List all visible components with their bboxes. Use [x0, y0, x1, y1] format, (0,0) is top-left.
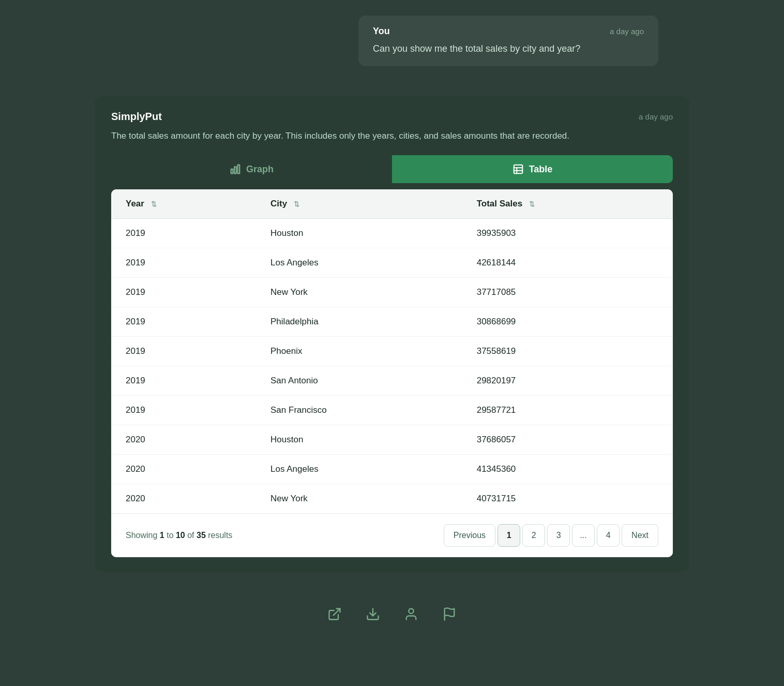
sort-city-icon: ⇅	[294, 200, 299, 208]
cell-year: 2020	[111, 484, 256, 514]
cell-total_sales: 42618144	[462, 248, 673, 278]
table-row: 2020New York40731715	[111, 484, 673, 514]
bottom-actions	[323, 603, 461, 625]
cell-year: 2019	[111, 337, 256, 366]
cell-city: Philadelphia	[256, 307, 462, 337]
table-row: 2020Houston37686057	[111, 425, 673, 455]
tab-table-label: Table	[529, 164, 553, 175]
next-button[interactable]: Next	[622, 524, 658, 547]
cell-year: 2019	[111, 278, 256, 307]
bubble-sender: You	[373, 26, 390, 37]
cell-total_sales: 39935903	[462, 219, 673, 248]
tab-graph-label: Graph	[246, 164, 274, 175]
table-row: 2019Los Angeles42618144	[111, 248, 673, 278]
table-row: 2019Houston39935903	[111, 219, 673, 248]
cell-total_sales: 37686057	[462, 425, 673, 455]
cell-year: 2019	[111, 366, 256, 396]
user-icon	[404, 607, 418, 621]
tab-table[interactable]: Table	[392, 155, 673, 183]
showing-to: 10	[176, 531, 185, 540]
response-card: SimplyPut a day ago The total sales amou…	[95, 96, 689, 572]
tab-graph[interactable]: Graph	[111, 155, 392, 183]
svg-line-7	[334, 609, 340, 616]
cell-city: Houston	[256, 219, 462, 248]
prev-button[interactable]: Previous	[444, 524, 495, 547]
table-row: 2019Philadelphia30868699	[111, 307, 673, 337]
svg-rect-2	[238, 165, 240, 174]
bubble-message: Can you show me the total sales by city …	[373, 42, 644, 56]
user-button[interactable]	[400, 603, 423, 625]
cell-total_sales: 30868699	[462, 307, 673, 337]
export-icon	[327, 607, 342, 621]
page-3-button[interactable]: 3	[547, 524, 570, 547]
page-2-button[interactable]: 2	[522, 524, 545, 547]
page-4-button[interactable]: 4	[597, 524, 620, 547]
response-sender: SimplyPut	[111, 111, 162, 123]
graph-icon	[230, 163, 241, 175]
showing-from: 1	[160, 531, 164, 540]
pagination: Previous 1 2 3 ... 4 Next	[444, 524, 658, 547]
bubble-time: a day ago	[610, 27, 644, 36]
response-time: a day ago	[639, 112, 673, 121]
table-row: 2019New York37717085	[111, 278, 673, 307]
data-table-container: Year ⇅ City ⇅ Total Sales ⇅ 2019Houston3…	[111, 189, 673, 557]
table-icon	[512, 163, 524, 175]
cell-total_sales: 29820197	[462, 366, 673, 396]
cell-year: 2019	[111, 219, 256, 248]
cell-year: 2019	[111, 248, 256, 278]
download-icon	[366, 607, 380, 621]
cell-city: Phoenix	[256, 337, 462, 366]
svg-point-9	[409, 609, 413, 614]
col-header-total-sales[interactable]: Total Sales ⇅	[462, 189, 673, 219]
svg-rect-1	[234, 167, 236, 174]
sort-year-icon: ⇅	[151, 200, 157, 208]
cell-year: 2019	[111, 307, 256, 337]
showing-text: Showing 1 to 10 of 35 results	[126, 531, 232, 540]
page-1-button[interactable]: 1	[497, 524, 520, 547]
cell-city: New York	[256, 484, 462, 514]
cell-city: Los Angeles	[256, 248, 462, 278]
response-description: The total sales amount for each city by …	[111, 129, 577, 143]
download-button[interactable]	[361, 603, 384, 625]
table-row: 2019San Antonio29820197	[111, 366, 673, 396]
cell-total_sales: 40731715	[462, 484, 673, 514]
cell-city: San Francisco	[256, 396, 462, 425]
cell-year: 2020	[111, 425, 256, 455]
page-ellipsis: ...	[572, 524, 595, 547]
cell-year: 2019	[111, 396, 256, 425]
cell-total_sales: 37717085	[462, 278, 673, 307]
cell-total_sales: 37558619	[462, 337, 673, 366]
cell-city: Los Angeles	[256, 455, 462, 484]
data-table: Year ⇅ City ⇅ Total Sales ⇅ 2019Houston3…	[111, 189, 673, 513]
cell-city: Houston	[256, 425, 462, 455]
cell-city: New York	[256, 278, 462, 307]
table-footer: Showing 1 to 10 of 35 results Previous 1…	[111, 513, 673, 557]
table-row: 2020Los Angeles41345360	[111, 455, 673, 484]
col-header-city[interactable]: City ⇅	[256, 189, 462, 219]
flag-button[interactable]	[438, 603, 461, 625]
table-row: 2019Phoenix37558619	[111, 337, 673, 366]
cell-total_sales: 41345360	[462, 455, 673, 484]
view-tabs: Graph Table	[111, 155, 673, 183]
export-button[interactable]	[323, 603, 346, 625]
cell-year: 2020	[111, 455, 256, 484]
col-header-year[interactable]: Year ⇅	[111, 189, 256, 219]
svg-rect-3	[514, 165, 522, 174]
cell-total_sales: 29587721	[462, 396, 673, 425]
user-chat-bubble: You a day ago Can you show me the total …	[358, 16, 658, 66]
flag-icon	[442, 607, 457, 621]
sort-sales-icon: ⇅	[529, 200, 535, 208]
cell-city: San Antonio	[256, 366, 462, 396]
svg-rect-0	[231, 169, 233, 173]
table-row: 2019San Francisco29587721	[111, 396, 673, 425]
showing-total: 35	[197, 531, 206, 540]
